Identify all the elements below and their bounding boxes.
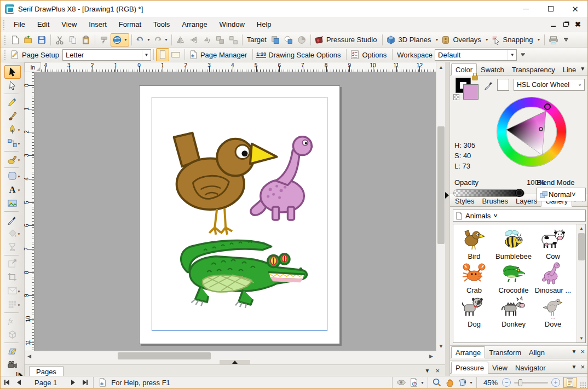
zoom-slider[interactable] (514, 382, 548, 384)
tab-transparency[interactable]: Transparency (508, 64, 559, 75)
gallery-item-crab[interactable]: Crab (454, 260, 494, 294)
quickshape-tool-button[interactable]: ▼ (4, 169, 21, 183)
animation-tool-button[interactable] (4, 358, 21, 371)
flip-vertical-button[interactable] (187, 33, 200, 47)
transparency-tool-button[interactable] (4, 240, 21, 254)
gallery-scroll-thumb[interactable] (578, 233, 585, 260)
paper-size-combobox[interactable]: Letter ▼ (62, 49, 151, 61)
minimize-button[interactable] (514, 1, 538, 17)
tab-styles[interactable]: Styles (451, 195, 478, 206)
gallery-item-dove[interactable]: Dove (533, 294, 573, 328)
rotate-button[interactable] (200, 33, 214, 47)
maximize-button[interactable] (538, 1, 563, 17)
tab-swatch[interactable]: Swatch (477, 64, 508, 75)
panel-menu-button[interactable]: ▼ (572, 364, 577, 370)
insert-media-button[interactable]: ▼ (111, 33, 129, 47)
menu-view[interactable]: View (55, 18, 83, 31)
dock-splitter[interactable] (445, 62, 449, 376)
flip-horizontal-button[interactable] (174, 33, 187, 47)
gallery-scrollbar[interactable]: ▲ ▼ (577, 224, 585, 342)
copy-button[interactable] (66, 33, 79, 47)
pan-tool-button[interactable] (443, 376, 457, 389)
menu-tools[interactable]: Tools (147, 18, 176, 31)
page-setup-button[interactable]: Page Setup (9, 48, 62, 61)
first-page-button[interactable] (1, 377, 13, 388)
menu-arrange[interactable]: Arrange (176, 18, 213, 31)
print-button[interactable] (547, 33, 560, 47)
tab-navigator[interactable]: Navigator (511, 362, 550, 373)
target-pie-button[interactable] (295, 33, 308, 47)
gallery-item-cow[interactable]: Cow (533, 227, 573, 260)
3d-planes-button[interactable]: 3D Planes▼ (385, 33, 440, 47)
ruler-units-box[interactable]: in (25, 62, 41, 72)
tab-arrange[interactable]: Arrange (451, 346, 485, 358)
gallery-scroll-down[interactable]: ▼ (577, 334, 586, 342)
tab-pages[interactable]: Pages (29, 366, 64, 377)
menu-format[interactable]: Format (113, 18, 147, 31)
menu-file[interactable]: File (8, 18, 31, 31)
crop-tool-button[interactable] (4, 270, 21, 284)
sketch-tool-button[interactable] (4, 344, 21, 358)
toolbar-grip2[interactable] (4, 50, 7, 60)
toolbar-overflow-button[interactable] (562, 35, 570, 45)
menu-insert[interactable]: Insert (83, 18, 113, 31)
open-button[interactable] (22, 33, 35, 47)
menu-edit[interactable]: Edit (31, 18, 55, 31)
target-front-button[interactable] (282, 33, 295, 47)
gallery-item-dinosaur[interactable]: Dinosaur ... (533, 260, 573, 294)
doc-restore-button[interactable] (563, 22, 568, 27)
menu-window[interactable]: Window (214, 18, 251, 31)
canvas-area[interactable] (34, 72, 436, 351)
menu-help[interactable]: Help (251, 18, 278, 31)
node-tool-button[interactable] (4, 79, 21, 92)
landscape-button[interactable] (169, 48, 182, 61)
horizontal-scrollbar[interactable]: ◀ ▶ (25, 351, 436, 360)
pages-panel-menu-button[interactable]: ▼ (425, 368, 430, 374)
envelope-tool-button[interactable]: ▼ (4, 284, 21, 298)
color-mode-combobox[interactable]: HSL Color Wheel ˅ (514, 79, 585, 91)
add-page-button[interactable] (96, 376, 109, 389)
blend-tool-button[interactable]: ▼ (4, 298, 21, 311)
scroll-right-button[interactable]: ▶ (426, 351, 436, 361)
scroll-down-button[interactable]: ▼ (436, 341, 446, 351)
tab-align[interactable]: Align (525, 347, 549, 358)
preview-mode-button[interactable] (395, 376, 408, 389)
toolbar-grip[interactable] (4, 35, 7, 45)
menubar-grip[interactable] (3, 20, 5, 30)
panel-close-button[interactable]: × (580, 363, 585, 371)
pressure-studio-button[interactable]: Pressure Studio (313, 33, 381, 47)
group-button[interactable] (214, 33, 227, 47)
connector-tool-button[interactable]: ▼ (4, 136, 21, 150)
export-slice-tool-button[interactable] (4, 257, 21, 270)
vertical-ruler[interactable]: 01234567891011 (25, 72, 34, 351)
gallery-item-dog[interactable]: Dog (454, 294, 494, 328)
horizontal-scroll-thumb[interactable] (118, 352, 211, 359)
gallery-item[interactable] (454, 328, 494, 343)
tab-pressure[interactable]: Pressure (451, 362, 488, 374)
paintbrush-tool-button[interactable] (4, 109, 21, 123)
save-button[interactable] (35, 33, 48, 47)
tab-line[interactable]: Line (559, 64, 580, 75)
previous-color-swatch[interactable] (497, 79, 509, 91)
redo-button[interactable]: ▼ (152, 33, 169, 47)
doc-close-button[interactable]: ✖ (575, 20, 581, 28)
fit-page-button[interactable] (563, 377, 577, 388)
options-button[interactable]: Options (349, 48, 390, 61)
doc-minimize-button[interactable] (551, 26, 556, 27)
scroll-up-button[interactable]: ▲ (436, 62, 446, 72)
tab-brushes[interactable]: Brushes (478, 195, 512, 206)
panel-close-button[interactable]: × (580, 347, 585, 356)
preview-page-button[interactable]: P▼ (408, 376, 425, 389)
zoom-in-button[interactable]: + (551, 378, 560, 387)
zoom-slider-thumb[interactable] (518, 379, 522, 386)
last-page-button[interactable] (79, 377, 91, 388)
fill-tool-button[interactable]: ▼ (4, 227, 21, 240)
vertical-scrollbar[interactable]: ▲ ▼ (436, 62, 445, 351)
pencil-tool-button[interactable] (4, 95, 21, 109)
vertical-scroll-thumb[interactable] (437, 126, 445, 244)
opacity-slider-thumb[interactable] (515, 189, 523, 197)
gallery-item[interactable] (494, 328, 533, 343)
blend-mode-combobox[interactable]: Normal ˅ (537, 188, 586, 201)
hue-selector[interactable] (545, 104, 550, 109)
gallery-item-bird[interactable]: Bird (454, 227, 494, 260)
